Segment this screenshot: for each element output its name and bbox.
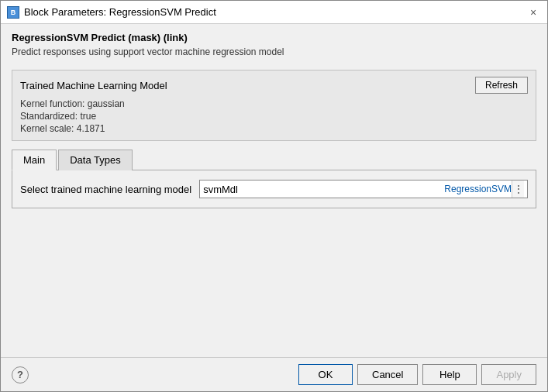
bottom-bar: ? OK Cancel Help Apply xyxy=(1,357,547,391)
model-select-label: Select trained machine learning model xyxy=(20,184,191,195)
help-button[interactable]: Help xyxy=(422,364,477,385)
refresh-button[interactable]: Refresh xyxy=(475,77,528,94)
dialog-body: RegressionSVM Predict (mask) (link) Pred… xyxy=(1,24,547,357)
close-button[interactable]: × xyxy=(526,5,541,20)
model-info-section: Trained Machine Learning Model Refresh K… xyxy=(12,70,536,141)
help-icon-button[interactable]: ? xyxy=(12,366,29,383)
tab-bar: Main Data Types xyxy=(12,149,536,170)
tab-data-types[interactable]: Data Types xyxy=(58,150,133,170)
title-bar-left: B Block Parameters: RegressionSVM Predic… xyxy=(7,6,216,19)
bottom-buttons: OK Cancel Help Apply xyxy=(298,364,536,385)
tab-main[interactable]: Main xyxy=(12,150,57,170)
tabs-section: Main Data Types Select trained machine l… xyxy=(12,149,536,208)
tab-content-main: Select trained machine learning model Re… xyxy=(12,170,536,208)
cancel-button[interactable]: Cancel xyxy=(357,364,418,385)
model-input-wrapper[interactable]: RegressionSVM ⋮ xyxy=(199,180,528,198)
model-details: Kernel function: gaussian Standardized: … xyxy=(20,98,528,134)
model-input[interactable] xyxy=(203,184,441,195)
spacer xyxy=(12,208,536,349)
bottom-left: ? xyxy=(12,366,29,383)
model-link[interactable]: RegressionSVM xyxy=(444,184,512,194)
dialog-icon: B xyxy=(7,6,19,19)
header-section: RegressionSVM Predict (mask) (link) Pred… xyxy=(12,32,536,57)
standardized-detail: Standardized: true xyxy=(20,111,528,122)
model-select-row: Select trained machine learning model Re… xyxy=(20,180,528,198)
title-bar: B Block Parameters: RegressionSVM Predic… xyxy=(1,1,547,24)
model-info-header: Trained Machine Learning Model Refresh xyxy=(20,77,528,94)
dialog-mask-title: RegressionSVM Predict (mask) (link) xyxy=(12,32,536,43)
kernel-function-detail: Kernel function: gaussian xyxy=(20,98,528,109)
model-menu-button[interactable]: ⋮ xyxy=(512,181,524,198)
dialog-window: B Block Parameters: RegressionSVM Predic… xyxy=(0,0,548,392)
model-info-label: Trained Machine Learning Model xyxy=(20,80,167,91)
ok-button[interactable]: OK xyxy=(298,364,353,385)
apply-button[interactable]: Apply xyxy=(481,364,536,385)
dialog-title-text: Block Parameters: RegressionSVM Predict xyxy=(24,6,216,18)
dialog-description: Predict responses using support vector m… xyxy=(12,46,536,57)
kernel-scale-detail: Kernel scale: 4.1871 xyxy=(20,123,528,134)
